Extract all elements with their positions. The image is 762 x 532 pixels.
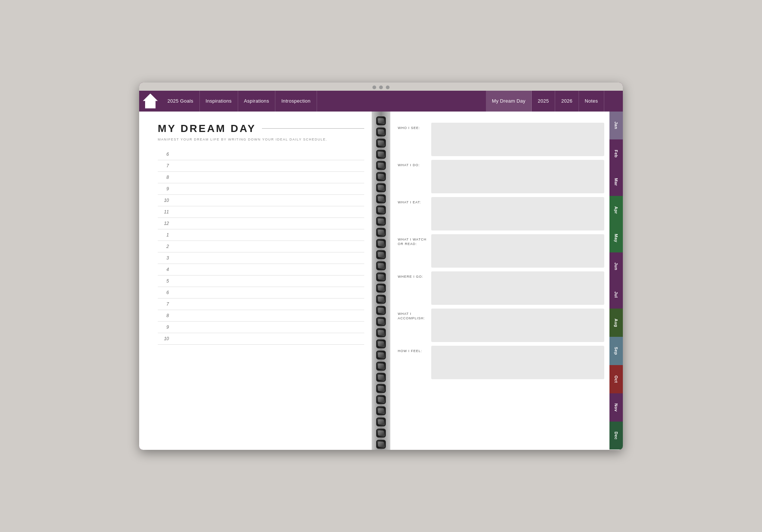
planner-content: MY DREAM DAY MANIFEST YOUR DREAM LIFE BY… [139,112,623,450]
time-row[interactable]: 8 [158,310,364,322]
spiral-ring [376,250,386,259]
month-tab-oct[interactable]: Oct [609,365,623,393]
dream-section-label: WHAT I EAT: [398,197,428,205]
time-row[interactable]: 3 [158,252,364,264]
dream-section-row: WHAT I ACCOMPLISH: [398,309,604,342]
time-row[interactable]: 2 [158,241,364,252]
month-tab-apr[interactable]: Apr [609,196,623,224]
dream-section-label: HOW I FEEL: [398,346,428,354]
tab-introspection[interactable]: Introspection [275,91,317,112]
dot-2 [379,86,383,89]
month-tab-sep[interactable]: Sep [609,337,623,365]
page-subtitle: MANIFEST YOUR DREAM LIFE BY WRITING DOWN… [158,138,364,141]
month-tab-dec[interactable]: Dec [609,422,623,450]
window-controls [139,83,623,91]
dream-section-box[interactable] [431,160,604,193]
tab-inspirations[interactable]: Inspirations [200,91,238,112]
time-line [173,235,364,235]
dot-3 [386,86,390,89]
tab-2025[interactable]: 2025 [532,91,555,112]
time-label: 7 [158,302,169,307]
month-tab-jun[interactable]: Jun [609,252,623,281]
spiral-ring [376,172,386,181]
time-row[interactable]: 8 [158,172,364,183]
time-line [173,200,364,200]
month-tab-nov[interactable]: Nov [609,393,623,422]
time-line [173,281,364,281]
time-label: 8 [158,313,169,318]
spiral-ring [376,261,386,270]
tab-notes[interactable]: Notes [579,91,604,112]
month-tab-may[interactable]: May [609,224,623,252]
time-row[interactable]: 4 [158,264,364,275]
dream-section-box[interactable] [431,234,604,268]
page-title-text: MY DREAM DAY [158,123,256,135]
spiral-ring [376,150,386,159]
spiral-ring [376,284,386,293]
time-label: 10 [158,336,169,341]
time-label: 1 [158,232,169,238]
month-tab-aug[interactable]: Aug [609,309,623,337]
time-label: 9 [158,325,169,330]
spiral-ring [376,306,386,315]
tab-my-dream-day[interactable]: My Dream Day [486,91,532,112]
dream-section-box[interactable] [431,197,604,230]
dream-section-box[interactable] [431,271,604,305]
title-line [262,128,364,129]
spiral-ring [376,317,386,326]
time-row[interactable]: 1 [158,229,364,241]
dot-1 [372,86,376,89]
time-label: 8 [158,175,169,180]
spiral-ring [376,161,386,170]
time-row[interactable]: 11 [158,206,364,218]
spiral-ring [376,194,386,203]
time-row[interactable]: 7 [158,160,364,172]
tab-aspirations[interactable]: Aspirations [238,91,276,112]
dream-section-row: HOW I FEEL: [398,346,604,379]
left-page: MY DREAM DAY MANIFEST YOUR DREAM LIFE BY… [139,112,372,450]
time-row[interactable]: 6 [158,149,364,160]
dream-section-box[interactable] [431,309,604,342]
app-window: 2025 Goals Inspirations Aspirations Intr… [139,83,623,450]
time-line [173,304,364,304]
time-row[interactable]: 10 [158,333,364,345]
spiral-ring [376,183,386,192]
time-row[interactable]: 5 [158,275,364,287]
time-label: 4 [158,267,169,272]
spiral-ring [376,328,386,337]
time-row[interactable]: 12 [158,218,364,229]
month-tab-feb[interactable]: Feb [609,139,623,168]
time-line [173,246,364,246]
time-row[interactable]: 9 [158,322,364,333]
spiral-ring [376,373,386,382]
time-label: 7 [158,163,169,168]
time-row[interactable]: 9 [158,183,364,195]
time-line [173,292,364,293]
spiral-ring [376,406,386,415]
spiral-ring [376,128,386,136]
time-line [173,223,364,223]
home-icon[interactable] [143,94,158,109]
dream-section-box[interactable] [431,346,604,379]
time-row[interactable]: 10 [158,195,364,206]
spiral-ring [376,339,386,348]
spiral-ring [376,295,386,304]
spiral-ring [376,395,386,404]
spiral-ring [376,228,386,237]
time-label: 5 [158,278,169,284]
spiral-ring [376,440,386,449]
dream-section-box[interactable] [431,123,604,156]
tab-2026[interactable]: 2026 [555,91,579,112]
month-tab-jul[interactable]: Jul [609,280,623,309]
month-tab-jan[interactable]: Jan [609,112,623,140]
time-label: 11 [158,209,169,215]
time-line [173,154,364,154]
tab-2025-goals[interactable]: 2025 Goals [161,91,200,112]
month-tab-mar[interactable]: Mar [609,168,623,196]
spiral-ring [376,362,386,371]
dream-section-label: WHAT I WATCH OR READ: [398,234,428,246]
time-row[interactable]: 6 [158,287,364,299]
dream-section-row: WHAT I WATCH OR READ: [398,234,604,268]
time-row[interactable]: 7 [158,299,364,310]
spiral-ring [376,429,386,438]
